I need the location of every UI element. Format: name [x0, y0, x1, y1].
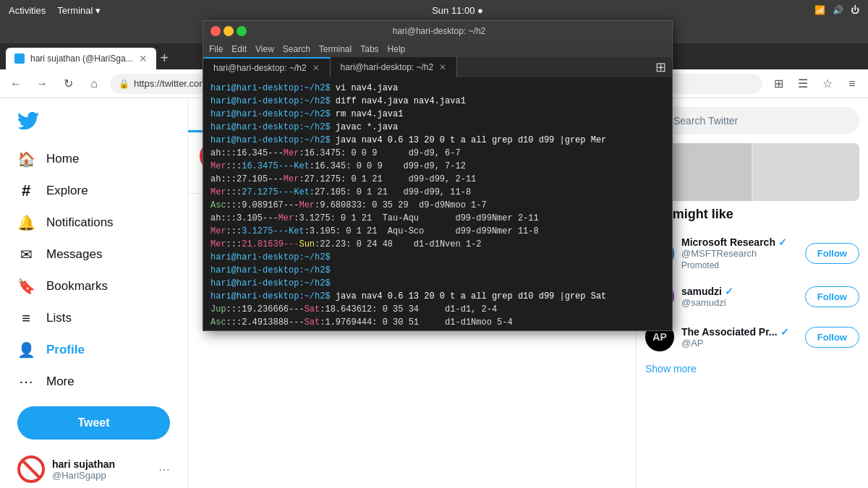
search-placeholder: Search Twitter [673, 115, 738, 127]
tab-favicon [14, 53, 25, 64]
terminal-tab-1-close[interactable]: ✕ [312, 63, 320, 73]
more-label: More [46, 374, 75, 389]
new-tab-button[interactable]: + [161, 50, 169, 67]
os-topbar-right: 📶 🔊 ⏻ [814, 5, 859, 15]
follow-button-msft[interactable]: Follow [805, 243, 859, 264]
bookmarks-icon: 🔖 [17, 278, 35, 295]
sidebar-user[interactable]: hari sujathan @HariSgapp ⋯ [9, 448, 179, 488]
volume-icon: 🔊 [833, 5, 843, 15]
terminal-minimize-button[interactable] [224, 26, 234, 36]
tweet-button[interactable]: Tweet [17, 406, 170, 440]
sidebar-item-bookmarks[interactable]: 🔖 Bookmarks [9, 270, 179, 302]
terminal-menu-search[interactable]: Search [283, 44, 310, 54]
terminal-wm-buttons [210, 26, 247, 36]
promo-images [645, 143, 859, 201]
terminal-menu-edit[interactable]: Edit [231, 44, 247, 54]
sidebar-item-home[interactable]: 🏠 Home [9, 143, 179, 175]
notifications-label: Notifications [46, 215, 114, 230]
terminal-titlebar: hari@hari-desktop: ~/h2 [203, 21, 672, 41]
terminal-line: ah:::16.345---Mer:16.3475: 0 0 9 d9-d9, … [210, 147, 665, 160]
terminal-line: Mer:::3.1275---Ket:3.105: 0 1 21 Aqu-Sco… [210, 225, 665, 238]
browser-tab-active[interactable]: hari sujathan (@HariSga... ✕ [6, 48, 156, 69]
home-button[interactable]: ⌂ [84, 74, 104, 94]
follow-info-msft: Microsoft Research ✓ @MSFTResearch Promo… [681, 236, 798, 270]
show-more-link[interactable]: Show more [645, 357, 859, 380]
verified-badge-samudzi: ✓ [725, 286, 733, 297]
terminal-line: hari@hari-desktop:~/h2$ java nav4 0.6 13… [210, 290, 665, 303]
sidebar-item-messages[interactable]: ✉ Messages [9, 239, 179, 270]
terminal-line: hari@hari-desktop:~/h2$ [210, 251, 665, 264]
os-topbar-left: Activities Terminal ▾ [9, 5, 101, 16]
terminal-line: hari@hari-desktop:~/h2$ javac *.java [210, 121, 665, 134]
terminal-menu-terminal[interactable]: Terminal [319, 44, 352, 54]
terminal-line: Mer:::16.3475---Ket:16.345: 0 0 9 d99-d9… [210, 160, 665, 173]
follow-button-samudzi[interactable]: Follow [805, 286, 859, 307]
sidebar-item-more[interactable]: ⋯ More [9, 366, 179, 398]
sidebar-item-lists[interactable]: ≡ Lists [9, 302, 179, 334]
os-topbar-clock: Sun 11:00 ● [101, 5, 814, 16]
terminal-line: hari@hari-desktop:~/h2$ [210, 264, 665, 277]
follow-info-ap: The Associated Pr... ✓ @AP [681, 326, 798, 348]
more-icon: ⋯ [17, 373, 35, 390]
user-display-name: hari sujathan [52, 458, 151, 470]
terminal-menu-help[interactable]: Help [388, 44, 406, 54]
terminal-tab-1-label: hari@hari-desktop: ~/h2 [213, 63, 307, 73]
profile-icon: 👤 [17, 341, 35, 359]
terminal-line: hari@hari-desktop:~/h2$ diff nav4.java n… [210, 95, 665, 108]
terminal-line: Sat:::1.9769444---Ven:1.4386111: 0 32 17… [210, 329, 665, 330]
terminal-body[interactable]: hari@hari-desktop:~/h2$ vi nav4.java har… [203, 77, 672, 330]
sidebar-item-profile[interactable]: 👤 Profile [9, 334, 179, 366]
lists-icon: ≡ [17, 309, 35, 327]
terminal-menu-view[interactable]: View [255, 44, 274, 54]
terminal-menu-tabs[interactable]: Tabs [360, 44, 378, 54]
tab-title: hari sujathan (@HariSga... [30, 53, 133, 64]
power-icon: ⏻ [851, 5, 859, 15]
user-info: hari sujathan @HariSgapp [52, 458, 151, 481]
terminal-tab-2[interactable]: hari@hari-desktop: ~/h2 ✕ [331, 57, 458, 77]
follow-button-ap[interactable]: Follow [805, 327, 859, 348]
back-button[interactable]: ← [6, 74, 26, 94]
terminal-menu[interactable]: Terminal ▾ [57, 5, 101, 16]
terminal-close-button[interactable] [210, 26, 221, 36]
sidebar-item-explore[interactable]: # Explore [9, 175, 179, 207]
follow-item-samudzi: S samudzi ✓ @samudzi Follow [645, 276, 859, 317]
explore-icon: # [17, 182, 35, 200]
follow-handle-ap: @AP [681, 338, 798, 348]
terminal-maximize-button[interactable] [237, 26, 247, 36]
messages-label: Messages [46, 247, 102, 262]
search-box[interactable]: 🔍 Search Twitter [645, 107, 859, 134]
terminal-menubar: File Edit View Search Terminal Tabs Help [203, 41, 672, 57]
terminal-line: Asc:::2.4913888---Sat:1.9769444: 0 30 51… [210, 316, 665, 329]
forward-button[interactable]: → [32, 74, 52, 94]
terminal-line: hari@hari-desktop:~/h2$ [210, 277, 665, 290]
refresh-button[interactable]: ↻ [58, 74, 78, 94]
lists-label: Lists [46, 311, 72, 325]
terminal-line: Mer:::27.1275---Ket:27.105: 0 1 21 d99-d… [210, 186, 665, 199]
follow-handle-samudzi: @samudzi [681, 297, 798, 308]
sidebar: 🏠 Home # Explore 🔔 Notifications ✉ Messa… [0, 98, 188, 488]
extensions-button[interactable]: ⊞ [768, 74, 788, 94]
wifi-icon: 📶 [814, 5, 825, 15]
verified-badge-msft: ✓ [778, 236, 787, 248]
twitter-logo[interactable] [9, 104, 179, 140]
sidebar-item-notifications[interactable]: 🔔 Notifications [9, 207, 179, 239]
tab-close-button[interactable]: ✕ [139, 53, 148, 64]
profile-label: Profile [46, 343, 85, 357]
terminal-tab-2-close[interactable]: ✕ [439, 62, 446, 72]
sidebar-button[interactable]: ☰ [793, 74, 813, 94]
activities-label[interactable]: Activities [9, 5, 46, 16]
terminal-tab-1[interactable]: hari@hari-desktop: ~/h2 ✕ [203, 57, 331, 77]
you-might-like-title: You might like [645, 207, 859, 222]
terminal-menu-file[interactable]: File [209, 44, 223, 54]
terminal-title: hari@hari-desktop: ~/h2 [252, 26, 626, 36]
terminal-new-tab[interactable]: ⊞ [650, 57, 672, 77]
home-label: Home [46, 152, 79, 166]
bookmarks-label: Bookmarks [46, 279, 108, 294]
menu-button[interactable]: ≡ [842, 74, 862, 94]
follow-section: You might like M Microsoft Research ✓ @M… [645, 207, 859, 380]
follow-name-ap: The Associated Pr... ✓ [681, 326, 798, 338]
os-topbar: Activities Terminal ▾ Sun 11:00 ● 📶 🔊 ⏻ [0, 0, 868, 20]
follow-item-ap: AP The Associated Pr... ✓ @AP Follow [645, 317, 859, 357]
expand-icon: ⋯ [158, 463, 170, 476]
bookmarks-button[interactable]: ☆ [817, 74, 838, 94]
